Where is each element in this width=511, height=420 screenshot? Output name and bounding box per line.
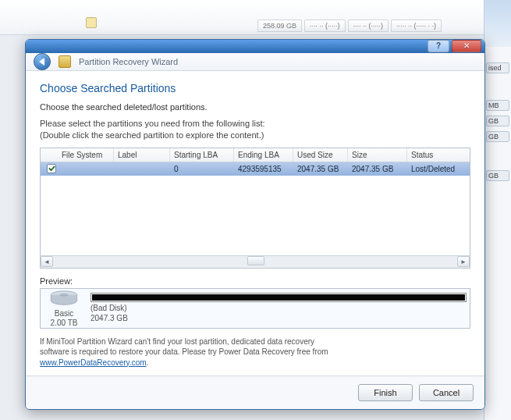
cell-status: Lost/Deleted <box>407 162 470 176</box>
cell-size: 2047.35 GB <box>348 162 407 176</box>
col-status[interactable]: Status <box>407 148 470 162</box>
bg-stub: ised <box>486 62 509 73</box>
help-button[interactable]: ? <box>428 40 449 52</box>
table-header-row: File System Label Starting LBA Ending LB… <box>41 148 470 162</box>
background-tabs: 258.09 GB ···· ·· (·····) ···· ·· (·····… <box>257 20 442 32</box>
help-icon: ? <box>436 42 441 50</box>
scroll-thumb[interactable] <box>247 256 264 265</box>
cell-ending-lba: 4293595135 <box>234 162 293 176</box>
preview-panel: Basic 2.00 TB (Bad Disk) 2047.3 GB <box>40 288 470 329</box>
background-right-panel: ised MB GB GB GB <box>484 0 511 420</box>
check-icon <box>48 165 55 172</box>
col-used-size[interactable]: Used Size <box>293 148 348 162</box>
finish-button[interactable]: Finish <box>358 384 413 401</box>
table-row[interactable]: 0 4293595135 2047.35 GB 2047.35 GB Lost/… <box>41 162 470 176</box>
bg-tab: ···· ·· (·····) <box>348 20 389 32</box>
bg-tab: ···· ·· (·····) <box>304 20 346 32</box>
partitions-table: File System Label Starting LBA Ending LB… <box>40 148 470 269</box>
bg-stub: GB <box>486 131 509 142</box>
cancel-button[interactable]: Cancel <box>419 384 474 401</box>
table-body: 0 4293595135 2047.35 GB 2047.35 GB Lost/… <box>41 162 470 255</box>
usage-name: (Bad Disk) <box>90 304 127 312</box>
bg-stub: MB <box>486 100 509 111</box>
back-button[interactable] <box>34 53 51 70</box>
col-size[interactable]: Size <box>348 148 407 162</box>
usage-bar-fill <box>92 294 465 301</box>
arrow-left-icon <box>39 58 44 66</box>
background-folder-icon <box>86 17 97 28</box>
wizard-footer: Finish Cancel <box>26 376 484 409</box>
cell-starting-lba: 0 <box>170 162 234 176</box>
svg-point-1 <box>59 294 69 297</box>
wizard-content: Choose Searched Partitions Choose the se… <box>26 71 484 376</box>
disk-usage: (Bad Disk) 2047.3 GB <box>90 293 467 323</box>
wizard-icon <box>59 55 71 68</box>
usage-size: 2047.3 GB <box>90 314 128 322</box>
power-data-recovery-link[interactable]: www.PowerDataRecovery.com <box>40 358 147 367</box>
wizard-header: Partition Recovery Wizard <box>26 53 484 71</box>
page-title: Choose Searched Partitions <box>40 82 470 94</box>
cell-filesystem <box>58 166 114 171</box>
scroll-track[interactable] <box>53 256 457 267</box>
col-label[interactable]: Label <box>114 148 170 162</box>
triangle-left-icon: ◄ <box>44 258 50 265</box>
instruction-primary: Choose the searched deleted/lost partiti… <box>40 102 470 112</box>
horizontal-scrollbar[interactable]: ◄ ► <box>41 255 470 268</box>
disk-capacity: 2.00 TB <box>44 319 84 328</box>
preview-label: Preview: <box>40 276 470 286</box>
disk-icon <box>48 289 80 308</box>
close-icon: ✕ <box>463 42 470 50</box>
bg-stub: GB <box>486 170 509 181</box>
close-button[interactable]: ✕ <box>452 40 481 52</box>
row-checkbox[interactable] <box>47 164 56 173</box>
col-ending-lba[interactable]: Ending LBA <box>234 148 293 162</box>
disk-type: Basic <box>44 309 84 319</box>
titlebar[interactable]: ? ✕ <box>26 40 484 53</box>
scroll-right-button[interactable]: ► <box>457 256 470 267</box>
instruction-secondary: Please select the partitions you need fr… <box>40 118 470 141</box>
col-check[interactable] <box>41 148 58 162</box>
bg-tab: 258.09 GB <box>257 20 302 32</box>
cell-label <box>114 166 170 171</box>
bg-stub: GB <box>486 116 509 126</box>
col-starting-lba[interactable]: Starting LBA <box>170 148 234 162</box>
partition-recovery-wizard-dialog: ? ✕ Partition Recovery Wizard Choose Sea… <box>25 39 485 410</box>
disk-summary: Basic 2.00 TB <box>44 289 84 328</box>
bg-tab: ····· ·· (····· · ·) <box>391 20 442 32</box>
col-filesystem[interactable]: File System <box>58 148 114 162</box>
scroll-left-button[interactable]: ◄ <box>41 256 53 267</box>
usage-bar <box>90 293 467 302</box>
cell-used-size: 2047.35 GB <box>293 162 348 176</box>
wizard-title: Partition Recovery Wizard <box>79 57 178 66</box>
recovery-hint: If MiniTool Partition Wizard can't find … <box>40 336 470 368</box>
triangle-right-icon: ► <box>460 258 467 265</box>
